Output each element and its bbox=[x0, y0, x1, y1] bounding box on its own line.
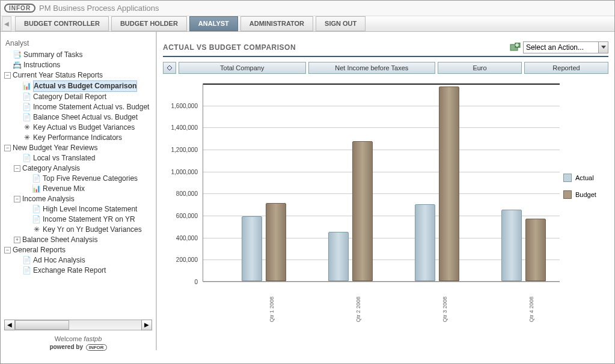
tree-income-statement-avb[interactable]: 📄Income Statement Actual vs. Budget bbox=[13, 102, 156, 112]
tab-sign-out[interactable]: SIGN OUT bbox=[316, 16, 366, 31]
welcome-text: Welcome fastpb bbox=[1, 335, 156, 342]
bar-group bbox=[415, 86, 459, 282]
variance-icon: ✳ bbox=[22, 134, 31, 142]
report-icon: 📄 bbox=[22, 154, 31, 162]
bar-actual bbox=[328, 232, 349, 282]
sidebar: Analyst 📑Summary of Tasks 📇Instructions … bbox=[1, 32, 157, 350]
tree-revenue-mix[interactable]: 📊Revenue Mix bbox=[22, 184, 156, 194]
tree-category-detail-report[interactable]: 📄Category Detail Report bbox=[13, 92, 156, 102]
variance-icon: ✳ bbox=[22, 124, 31, 132]
chart-icon: 📊 bbox=[32, 185, 41, 193]
tree-top-five-revenue[interactable]: 📄Top Five Revenue Categories bbox=[22, 174, 156, 184]
scroll-thumb[interactable] bbox=[15, 320, 69, 330]
filter-bar: Total Company Net Income before Taxes Eu… bbox=[163, 62, 608, 74]
tree-high-level-income-statement[interactable]: 📄High Level Income Statement bbox=[22, 204, 156, 214]
tree-key-avb-variances[interactable]: ✳Key Actual vs Budget Variances bbox=[13, 123, 156, 133]
tree-income-analysis[interactable]: −Income Analysis bbox=[13, 194, 156, 204]
tree-general-reports[interactable]: −General Reports bbox=[3, 245, 156, 255]
filter-currency[interactable]: Euro bbox=[438, 62, 522, 74]
report-icon: 📄 bbox=[32, 175, 41, 183]
legend-actual: Actual bbox=[563, 174, 608, 182]
collapse-icon[interactable]: − bbox=[4, 247, 11, 253]
y-tick-label: 1,000,000 bbox=[171, 168, 198, 175]
tab-budget-holder[interactable]: BUDGET HOLDER bbox=[111, 16, 187, 31]
report-icon: 📄 bbox=[22, 103, 31, 111]
y-axis: 0200,000400,000600,000800,0001,000,0001,… bbox=[163, 83, 200, 282]
tree-income-statement-yoy[interactable]: 📄Income Statement YR on YR bbox=[22, 214, 156, 225]
tree-key-yoy-budget-variances[interactable]: ✳Key Yr on Yr Budget Variances bbox=[22, 225, 156, 235]
collapse-icon[interactable]: − bbox=[14, 165, 20, 172]
bar-actual bbox=[242, 216, 262, 281]
variance-icon: ✳ bbox=[32, 226, 41, 234]
scroll-right-icon[interactable]: ▶ bbox=[141, 320, 152, 330]
report-icon: 📄 bbox=[22, 93, 31, 101]
y-tick-label: 800,000 bbox=[176, 190, 198, 197]
brand-logo-small: INFOR bbox=[86, 344, 107, 351]
scroll-track[interactable] bbox=[15, 320, 141, 330]
y-tick-label: 1,600,000 bbox=[171, 102, 198, 109]
bar-budget bbox=[525, 219, 546, 282]
add-action-icon[interactable] bbox=[510, 43, 521, 52]
tree-ad-hoc-analysis[interactable]: 📄Ad Hoc Analysis bbox=[13, 255, 156, 265]
tree-kpi[interactable]: ✳Key Performance Indicators bbox=[13, 133, 156, 143]
tab-administrator[interactable]: ADMINISTRATOR bbox=[240, 16, 313, 31]
tree-actual-vs-budget-comparison[interactable]: 📊Actual vs Budget Comparison bbox=[13, 80, 156, 92]
bar-budget bbox=[352, 141, 373, 281]
page-title: ACTUAL VS BUDGET COMPARISON bbox=[163, 43, 296, 52]
bar-group bbox=[328, 141, 373, 281]
report-icon: 📄 bbox=[32, 205, 41, 213]
sidebar-section-title: Analyst bbox=[1, 32, 156, 49]
scroll-left-icon[interactable]: ◀ bbox=[4, 320, 15, 330]
tree-summary-of-tasks[interactable]: 📑Summary of Tasks bbox=[3, 50, 156, 60]
bar-actual bbox=[501, 210, 522, 281]
tree-instructions[interactable]: 📇Instructions bbox=[3, 60, 156, 70]
y-tick-label: 600,000 bbox=[176, 213, 198, 219]
bar-budget bbox=[439, 86, 459, 282]
collapse-icon[interactable]: − bbox=[4, 72, 11, 79]
expand-filter-icon[interactable] bbox=[163, 62, 176, 74]
chart-icon: 📊 bbox=[22, 82, 31, 90]
report-icon: 📄 bbox=[32, 216, 41, 223]
collapse-icon[interactable]: − bbox=[4, 145, 11, 151]
tree-exchange-rate-report[interactable]: 📄Exchange Rate Report bbox=[13, 265, 156, 276]
tab-budget-controller[interactable]: BUDGET CONTROLLER bbox=[15, 16, 109, 31]
bar-group bbox=[242, 203, 286, 281]
report-icon: 📄 bbox=[22, 256, 31, 264]
y-tick-label: 1,200,000 bbox=[171, 147, 198, 153]
filter-scenario[interactable]: Reported bbox=[524, 62, 608, 74]
tree-new-budget-year-reviews[interactable]: −New Budget Year Reviews bbox=[3, 143, 156, 153]
tree-balance-sheet-avb[interactable]: 📄Balance Sheet Actual vs. Budget bbox=[13, 112, 156, 123]
app-header: INFOR PM Business Process Applications bbox=[1, 1, 614, 16]
x-tick-label: Qtr 3 2008 bbox=[442, 297, 448, 323]
bar-actual bbox=[415, 204, 435, 281]
chevron-down-icon[interactable] bbox=[598, 42, 608, 53]
expand-icon[interactable]: + bbox=[14, 237, 20, 243]
tab-analyst[interactable]: ANALYST bbox=[189, 16, 238, 31]
tree-category-analysis[interactable]: −Category Analysis bbox=[13, 163, 156, 174]
filter-measure[interactable]: Net Income before Taxes bbox=[308, 62, 436, 74]
content-area: ACTUAL VS BUDGET COMPARISON Select an Ac… bbox=[157, 32, 614, 350]
tree-balance-sheet-analysis[interactable]: +Balance Sheet Analysis bbox=[13, 235, 156, 245]
chart-legend: Actual Budget bbox=[563, 77, 608, 318]
x-tick-label: Qtr 2 2008 bbox=[355, 297, 361, 323]
x-tick-label: Qtr 1 2008 bbox=[269, 297, 275, 323]
tree-current-year-status-reports[interactable]: −Current Year Status Reports bbox=[3, 70, 156, 80]
sidebar-horizontal-scrollbar[interactable]: ◀ ▶ bbox=[4, 320, 152, 330]
main-tab-bar: ◀ BUDGET CONTROLLER BUDGET HOLDER ANALYS… bbox=[1, 16, 614, 32]
bar-budget bbox=[266, 203, 286, 281]
bar-group bbox=[501, 210, 546, 281]
plot-area bbox=[203, 83, 560, 282]
collapse-icon[interactable]: − bbox=[14, 196, 20, 202]
brand-logo: INFOR bbox=[4, 4, 35, 13]
filter-company[interactable]: Total Company bbox=[179, 62, 306, 74]
report-icon: 📄 bbox=[22, 267, 31, 275]
nav-tree: 📑Summary of Tasks 📇Instructions −Current… bbox=[3, 50, 156, 276]
bar-chart: 0200,000400,000600,000800,0001,000,0001,… bbox=[163, 77, 563, 318]
x-tick-label: Qtr 4 2008 bbox=[528, 297, 534, 323]
task-icon: 📑 bbox=[13, 51, 22, 59]
action-select[interactable]: Select an Action... bbox=[523, 41, 608, 53]
tab-scroll-left-icon[interactable]: ◀ bbox=[2, 16, 11, 31]
y-tick-label: 200,000 bbox=[176, 256, 198, 263]
y-tick-label: 0 bbox=[194, 279, 198, 285]
tree-local-vs-translated[interactable]: 📄Local vs Translated bbox=[13, 153, 156, 163]
